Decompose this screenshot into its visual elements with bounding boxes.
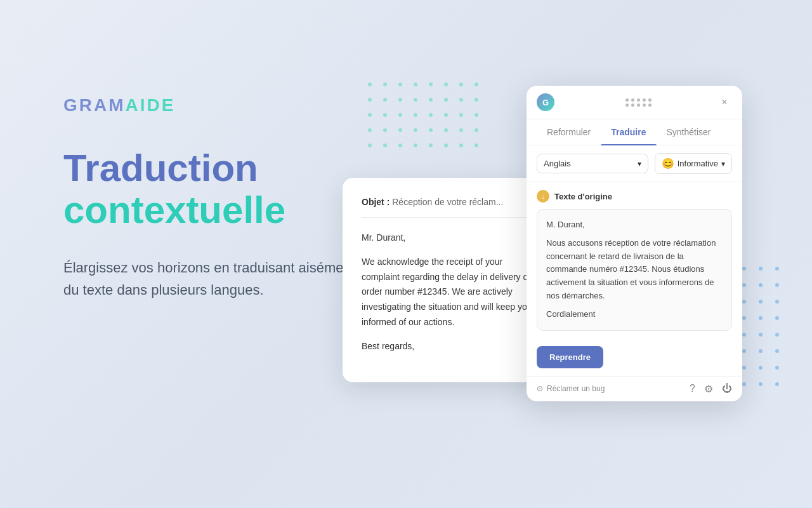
tab-synthetiser[interactable]: Synthétiser	[657, 119, 721, 145]
logo-gram: GRAM	[63, 95, 126, 115]
subject-value: Réception de votre réclam...	[392, 197, 503, 207]
drag-dot	[648, 104, 652, 107]
hero-title-line1: Traduction	[63, 147, 355, 189]
drag-dot	[631, 104, 634, 107]
bug-report-link[interactable]: ⊙ Réclamer un bug	[537, 384, 605, 393]
bug-icon: ⊙	[537, 384, 543, 393]
hero-title-line2: contextuelle	[63, 189, 355, 231]
drag-dot	[643, 98, 646, 102]
footer-icons: ? ⚙ ⏻	[690, 383, 732, 395]
source-section: ↓ Texte d'origine M. Durant, Nous accuso…	[527, 182, 742, 338]
left-panel: GRAMAIDE Traduction contextuelle Élargis…	[63, 95, 355, 301]
language-label: Anglais	[544, 159, 571, 168]
dot-grid-top	[368, 83, 486, 155]
source-label: Texte d'origine	[554, 192, 612, 201]
source-down-icon: ↓	[537, 190, 549, 203]
power-icon[interactable]: ⏻	[722, 383, 732, 394]
email-card: Objet : Réception de votre réclam... Mr.…	[343, 178, 552, 382]
email-subject: Objet : Réception de votre réclam...	[362, 197, 533, 218]
email-body: Mr. Durant, We acknowledge the receipt o…	[362, 231, 533, 354]
subject-label: Objet :	[362, 197, 390, 207]
help-icon[interactable]: ?	[690, 383, 695, 394]
plugin-header: G ×	[527, 86, 742, 119]
bug-report-label: Réclamer un bug	[547, 384, 605, 393]
chevron-down-icon: ▾	[638, 159, 641, 168]
email-greeting: Mr. Durant,	[362, 231, 533, 246]
settings-icon[interactable]: ⚙	[704, 383, 713, 395]
tone-emoji-icon: 😊	[662, 157, 674, 170]
reprendre-button[interactable]: Reprendre	[537, 346, 603, 368]
tab-reformuler[interactable]: Reformuler	[537, 119, 601, 145]
drag-dot	[631, 98, 634, 102]
email-closing: Best regards,	[362, 339, 533, 354]
tone-select[interactable]: 😊 Informative ▾	[655, 153, 732, 174]
logo: GRAMAIDE	[63, 95, 355, 116]
drag-dot	[625, 98, 629, 102]
plugin-panel: G × Reformuler Traduire Synthétiser Angl…	[527, 86, 742, 401]
tab-traduire[interactable]: Traduire	[601, 119, 656, 145]
plugin-logo-icon: G	[537, 93, 554, 111]
tone-label: Informative	[678, 159, 718, 168]
drag-dot	[643, 104, 646, 107]
source-header: ↓ Texte d'origine	[537, 190, 732, 203]
email-body-text: We acknowledge the receipt of your compl…	[362, 255, 533, 330]
source-body: Nous accusons réception de votre réclama…	[546, 237, 723, 303]
plugin-drag-handle	[625, 98, 652, 107]
drag-dot	[648, 98, 652, 102]
plugin-controls: Anglais ▾ 😊 Informative ▾	[527, 145, 742, 182]
hero-subtitle: Élargissez vos horizons en traduisant ai…	[63, 257, 355, 301]
plugin-tabs: Reformuler Traduire Synthétiser	[527, 119, 742, 145]
source-greeting: M. Durant,	[546, 218, 723, 232]
chevron-down-icon: ▾	[721, 159, 725, 168]
close-button[interactable]: ×	[717, 95, 732, 110]
drag-dot	[637, 104, 640, 107]
plugin-footer: ⊙ Réclamer un bug ? ⚙ ⏻	[527, 376, 742, 401]
drag-dot	[637, 98, 640, 102]
drag-dot	[625, 104, 629, 107]
language-select[interactable]: Anglais ▾	[537, 154, 648, 173]
source-text-box: M. Durant, Nous accusons réception de vo…	[537, 209, 732, 331]
source-closing: Cordialement	[546, 308, 723, 321]
logo-aide: AIDE	[126, 95, 176, 115]
hero-title: Traduction contextuelle	[63, 147, 355, 231]
